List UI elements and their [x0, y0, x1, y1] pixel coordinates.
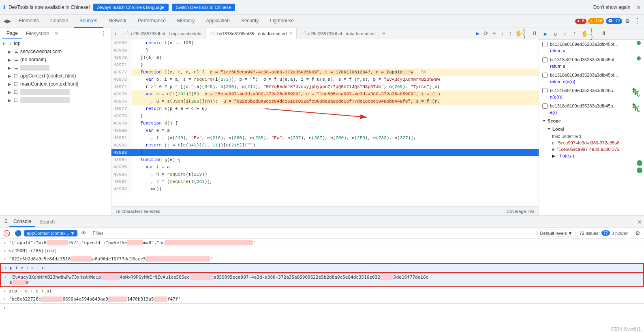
error-badge: ● 6 — [575, 19, 586, 24]
tree-item-appcontext[interactable]: ▶ ☐ appContext (context.html) — [0, 72, 111, 80]
tab-lighthouse[interactable]: Lighthouse — [264, 15, 300, 28]
editor-tab-close-1[interactable]: ✕ — [289, 31, 292, 36]
editor-pause-icon[interactable]: ⟳ — [482, 30, 490, 38]
code-line-43973: 43973 var o, i = a, s = require(i(273)),… — [111, 76, 539, 83]
editor-tabs: ‹ 📄 c28cf285733dbcf...Lmpz.cachedata 📄 b… — [111, 28, 539, 39]
tree-item-top[interactable]: ▼ ☐ top — [0, 39, 111, 47]
rp-step-out-icon[interactable]: ↑ — [571, 30, 579, 38]
tree-item-blurred2[interactable]: ▶ ☐ ■■■■■■■■■■■■■■■■■ — [0, 96, 111, 104]
tab-application[interactable]: Application — [200, 15, 235, 28]
rp-pause-exc-icon[interactable]: ⏸ — [600, 30, 608, 38]
editor-tab-2[interactable]: 📄 c28cf285733dbcf...data:formatted — [297, 28, 379, 39]
issues-count-badge: 72 — [601, 230, 610, 236]
dont-show-link[interactable]: Don't show again — [593, 4, 631, 10]
console-toolbar: 🚫 🔵 appContext (contex... ▼ 👁 Default le… — [0, 228, 644, 239]
scope-checkbox-3[interactable] — [542, 88, 548, 93]
scope-checkbox-4[interactable] — [542, 103, 548, 109]
tree-item-maincontext[interactable]: ▶ ☐ mainContext (context.html) — [0, 80, 111, 88]
console-output[interactable]: › '{"appId":"wx8■■■■■■■■352","openId":"o… — [0, 239, 644, 333]
frame-icon-ac: ☐ — [14, 73, 20, 79]
tab-security[interactable]: Security — [235, 15, 264, 28]
rp-format-icon[interactable]: { } — [590, 30, 598, 38]
tree-item-blurred-n[interactable]: ▶ ☁ ■■■■■■■■■n — [0, 64, 111, 72]
file-icon-1: 📄 — [210, 31, 216, 36]
editor-deactivate-icon[interactable]: ✋ — [514, 30, 522, 38]
editor-step-over-icon[interactable]: ↷ — [490, 30, 498, 38]
rp-deactivate-icon[interactable]: ✋ — [580, 30, 588, 38]
editor-tab-nav-prev[interactable]: ‹ — [111, 30, 120, 37]
scope-item-0[interactable]: bc1318e8109ed35283a3dfb45bf...return v — [539, 40, 644, 55]
console-row-5[interactable]: › s(p + e + c + u) — [0, 287, 644, 295]
context-dropdown[interactable]: appContext (contex... ▼ — [24, 230, 77, 236]
console-settings-button[interactable]: ⚙ — [633, 228, 642, 238]
tab-elements[interactable]: Elements — [13, 15, 45, 28]
scope-checkbox-1[interactable] — [542, 57, 548, 62]
editor-step-in-icon[interactable]: ↓ — [498, 30, 506, 38]
rp-play-icon[interactable]: ▶ — [541, 30, 550, 38]
console-row-1[interactable]: › s(JSON[i(286)](n)) — [0, 247, 644, 255]
scope-checkbox-0[interactable] — [542, 42, 548, 47]
local-var-i[interactable]: ▶ i: f u(e,a) — [539, 153, 644, 159]
console-clear-button[interactable]: 🚫 — [2, 228, 11, 238]
code-content[interactable]: 43968 return t[e -= 195] 43969 } 43970 }… — [111, 39, 539, 206]
rp-step-over-icon[interactable]: ↻ — [551, 30, 559, 38]
scope-section-header[interactable]: ▼ Scope — [539, 117, 644, 125]
console-filter-input[interactable] — [90, 230, 536, 237]
console-input[interactable] — [9, 305, 641, 311]
scope-item-2[interactable]: bc1318e8109ed35283a3dfb45bf...return n(e… — [539, 71, 644, 86]
scope-item-4[interactable]: bc1318e8109ed35283a3dfb45b...e(r) 🦎 — [539, 101, 644, 117]
editor-tab-0[interactable]: 📄 c28cf285733dbcf...Lmpz.cachedata — [120, 28, 206, 39]
file-tree-container: Page Filesystem » ⋮ ▼ ☐ top ▶ ☁ servicew… — [0, 28, 111, 215]
tab-performance[interactable]: Performance — [132, 15, 171, 28]
subtab-more-icon[interactable]: » — [55, 31, 58, 37]
console-row-4[interactable]: ‹ 'EvAucyQXqnNrXB23hw8wPw73xHzAHNqip■■■■… — [0, 273, 644, 287]
console-row-2[interactable]: ‹ '622e5b2d8a9c5e84dc3516■■■■■■■■a8a90de… — [0, 255, 644, 263]
console-prompt: › — [3, 305, 6, 311]
notification-close-icon[interactable]: ✕ — [637, 3, 641, 11]
local-section-header[interactable]: ▼ Local — [539, 125, 644, 133]
tab-network[interactable]: Network — [103, 15, 132, 28]
console-tab-console[interactable]: Console — [9, 217, 35, 227]
code-line-43976: 43976 , u = s(JSON[i(286)](n)); u = "622… — [111, 98, 539, 105]
local-arrow: ▼ — [547, 127, 551, 131]
subtab-filesystem[interactable]: Filesystem — [22, 29, 53, 38]
devtools-nav-icon[interactable]: ◀▶ — [2, 15, 13, 27]
editor-play-icon[interactable]: ▶ — [474, 30, 482, 38]
editor-step-out-icon[interactable]: ↑ — [506, 30, 514, 38]
console-close-icon[interactable]: ✕ — [638, 218, 642, 226]
editor-tabs-more-icon[interactable]: » — [379, 31, 388, 37]
scope-item-1[interactable]: bc1318e8109ed35283a3dfb45bf...return e — [539, 55, 644, 71]
console-arrow-0: › — [3, 240, 9, 245]
console-row-0[interactable]: › '{"appId":"wx8■■■■■■■■352","openId":"o… — [0, 239, 644, 247]
code-line-43983: 43983 } — [111, 149, 539, 156]
tree-item-nodomain[interactable]: ▶ ☁ (no domain) — [0, 56, 111, 64]
subtab-page[interactable]: Page — [2, 29, 22, 39]
console-filter-button[interactable]: 🔵 — [13, 228, 23, 238]
console-eye-button[interactable]: 👁 — [79, 228, 89, 238]
editor-tab-1[interactable]: 📄 bc1318e8109ed35...data:formatted ✕ — [206, 28, 297, 39]
editor-format-icon[interactable]: { } — [522, 30, 531, 38]
subtab-menu-icon[interactable]: ⋮ — [99, 30, 109, 37]
tab-memory[interactable]: Memory — [171, 15, 200, 28]
tree-item-blurred1[interactable]: ▶ ☐ ■■■■■■■■■■■■■■■■■ — [0, 88, 111, 96]
scope-item-3[interactable]: bc1318e8109ed35283a3dfb45b...n(e(r)) 🦎 — [539, 86, 644, 101]
editor-pause-exc-icon[interactable]: ⏸ — [531, 30, 539, 38]
default-levels-button[interactable]: Default levels ▼ — [537, 230, 576, 237]
rp-step-in-icon[interactable]: ↓ — [561, 30, 569, 38]
switch-chinese-button[interactable]: Switch DevTools to Chinese — [172, 4, 235, 11]
tab-console[interactable]: Console — [45, 15, 74, 28]
more-icon[interactable]: ⋮ — [633, 17, 642, 25]
scope-checkbox-2[interactable] — [542, 73, 548, 78]
console-row-6[interactable]: ‹ 'bc8c822728c■■■■■■■■6696a4a594a843aa9■… — [0, 295, 644, 303]
code-line: 43969 } — [111, 47, 539, 54]
match-language-button[interactable]: Always match Chrome's language — [93, 4, 169, 11]
settings-icon[interactable]: ⚙ — [624, 17, 631, 25]
code-line: 43968 return t[e -= 195] — [111, 39, 539, 47]
code-line-43978: 43978 } — [111, 112, 539, 120]
tree-arrow-b1: ▶ — [8, 90, 14, 95]
green-dot-bottom — [637, 168, 642, 173]
tree-item-servicewechat[interactable]: ▶ ☁ servicewechat.com — [0, 47, 111, 56]
tab-sources[interactable]: Sources — [74, 15, 103, 28]
console-row-3[interactable]: › p + e + c + u — [0, 263, 644, 273]
console-tab-search[interactable]: Search — [35, 217, 59, 226]
